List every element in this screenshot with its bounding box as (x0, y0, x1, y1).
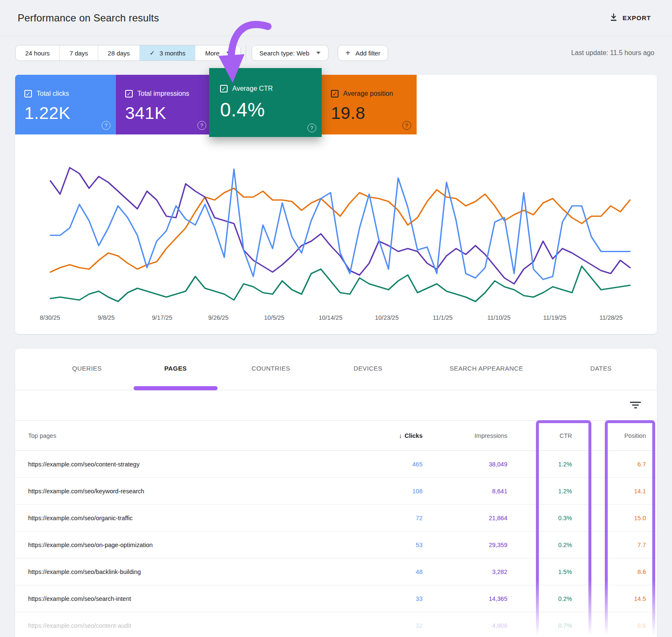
position-cell[interactable]: 6.7 (572, 461, 657, 468)
column-header-ctr[interactable]: CTR (507, 432, 572, 439)
active-tab-underline (134, 386, 218, 390)
performance-line-chart[interactable]: 8/30/259/8/259/17/259/26/2510/5/2510/14/… (15, 134, 657, 334)
export-button[interactable]: EXPORT (609, 13, 651, 23)
table-toolbar (15, 390, 657, 420)
clicks-cell[interactable]: 48 (360, 569, 423, 575)
tab-pages[interactable]: PAGES (164, 365, 186, 372)
tab-queries[interactable]: QUERIES (72, 365, 102, 372)
range-28-days-button[interactable]: 28 days (98, 45, 140, 61)
search-type-dropdown[interactable]: Search type: Web (252, 45, 328, 61)
page-url-cell[interactable]: https://example.com/seo/search-intent (15, 595, 360, 602)
checkbox-checked-icon[interactable]: ✓ (331, 90, 339, 97)
table-row[interactable]: https://example.com/seo/keyword-research… (15, 478, 657, 505)
download-icon (609, 13, 618, 23)
series-line-average-position (50, 188, 630, 272)
table-row[interactable]: https://example.com/seo/backlink-buildin… (15, 558, 657, 585)
position-cell[interactable]: 14.1 (572, 488, 657, 495)
range-label: 7 days (69, 50, 88, 57)
impressions-cell[interactable]: 8,641 (423, 488, 507, 495)
x-axis-tick-label: 8/30/25 (40, 314, 60, 321)
export-label: EXPORT (622, 14, 651, 21)
ctr-cell[interactable]: 1.5% (507, 569, 572, 575)
impressions-cell[interactable]: 29,359 (423, 542, 507, 548)
tab-devices[interactable]: DEVICES (354, 365, 383, 372)
page-url-cell[interactable]: https://example.com/seo/content-audit (15, 622, 360, 629)
range-24-hours-button[interactable]: 24 hours (16, 45, 59, 61)
clicks-cell[interactable]: 53 (360, 542, 423, 548)
help-icon[interactable]: ? (102, 121, 110, 130)
clicks-cell[interactable]: 108 (360, 488, 423, 495)
help-icon[interactable]: ? (197, 121, 206, 130)
checkbox-checked-icon[interactable]: ✓ (220, 85, 228, 92)
position-cell[interactable]: 14.5 (572, 595, 657, 602)
dimension-tabs: QUERIESPAGESCOUNTRIESDEVICESSEARCH APPEA… (15, 349, 657, 390)
average-ctr-card[interactable]: ✓ Average CTR 0.4% ? (209, 68, 322, 137)
card-label: Total impressions (137, 90, 189, 97)
table-row[interactable]: https://example.com/seo/organic-traffic7… (15, 505, 657, 532)
table-row[interactable]: https://example.com/seo/search-intent331… (15, 585, 657, 612)
column-header-top-pages[interactable]: Top pages (15, 432, 360, 439)
tab-dates[interactable]: DATES (591, 365, 612, 372)
x-axis-tick-label: 9/17/25 (152, 314, 172, 321)
filter-list-icon[interactable] (630, 400, 641, 411)
total-impressions-card[interactable]: ✓ Total impressions 341K ? (116, 75, 212, 134)
position-cell[interactable]: 15.0 (572, 515, 657, 521)
impressions-cell[interactable]: 4,806 (423, 622, 507, 629)
clicks-cell[interactable]: 32 (360, 622, 423, 629)
card-value: 1.22K (24, 103, 116, 123)
x-axis-tick-label: 10/14/25 (319, 314, 342, 321)
series-line-impressions (50, 168, 630, 284)
position-cell[interactable]: 8.6 (572, 569, 657, 575)
range-7-days-button[interactable]: 7 days (59, 45, 97, 61)
more-ranges-button[interactable]: More (195, 45, 240, 61)
clicks-cell[interactable]: 72 (360, 515, 423, 521)
table-row[interactable]: https://example.com/seo/content-audit324… (15, 612, 657, 637)
page-title: Performance on Search results (18, 12, 159, 24)
x-axis-tick-label: 9/26/25 (208, 314, 228, 321)
tab-countries[interactable]: COUNTRIES (252, 365, 290, 372)
checkbox-checked-icon[interactable]: ✓ (24, 90, 32, 97)
x-axis-tick-label: 11/28/25 (599, 314, 622, 321)
column-header-position[interactable]: Position (572, 432, 657, 439)
position-cell[interactable]: 7.7 (572, 542, 657, 548)
ctr-cell[interactable]: 0.3% (507, 515, 572, 521)
help-icon[interactable]: ? (307, 124, 316, 132)
impressions-cell[interactable]: 3,282 (423, 569, 507, 575)
ctr-cell[interactable]: 1.2% (507, 461, 572, 468)
clicks-cell[interactable]: 465 (360, 461, 423, 468)
clicks-cell[interactable]: 33 (360, 595, 423, 602)
impressions-cell[interactable]: 38,049 (423, 461, 507, 468)
x-axis-tick-label: 11/10/25 (487, 314, 510, 321)
add-filter-button[interactable]: + Add filter (338, 45, 388, 61)
ctr-cell[interactable]: 0.2% (507, 542, 572, 548)
x-axis-tick-label: 11/1/25 (433, 314, 452, 321)
checkbox-checked-icon[interactable]: ✓ (125, 90, 133, 97)
help-icon[interactable]: ? (402, 121, 411, 130)
table-row[interactable]: https://example.com/seo/on-page-optimiza… (15, 532, 657, 558)
ctr-cell[interactable]: 0.2% (507, 595, 572, 602)
page-url-cell[interactable]: https://example.com/seo/backlink-buildin… (15, 569, 360, 575)
card-label: Total clicks (37, 90, 69, 97)
impressions-cell[interactable]: 21,864 (423, 515, 507, 521)
ctr-cell[interactable]: 0.7% (507, 622, 572, 629)
ctr-cell[interactable]: 1.2% (507, 488, 572, 495)
impressions-cell[interactable]: 14,365 (423, 595, 507, 602)
average-position-card[interactable]: ✓ Average position 19.8 ? (322, 75, 417, 134)
tab-search-appearance[interactable]: SEARCH APPEARANCE (449, 365, 523, 372)
series-line-clicks (50, 169, 630, 280)
last-update-text: Last update: 11.5 hours ago (571, 49, 654, 57)
card-value: 0.4% (220, 98, 322, 121)
column-header-impressions[interactable]: Impressions (423, 432, 507, 439)
table-row[interactable]: https://example.com/seo/content-strategy… (15, 451, 657, 478)
chevron-down-icon (226, 52, 231, 54)
page-url-cell[interactable]: https://example.com/seo/on-page-optimiza… (15, 542, 360, 548)
total-clicks-card[interactable]: ✓ Total clicks 1.22K ? (15, 75, 116, 134)
column-header-clicks[interactable]: ↓ Clicks (360, 432, 423, 439)
table-body: https://example.com/seo/content-strategy… (15, 451, 657, 637)
position-cell[interactable]: 8.6 (572, 622, 657, 629)
page-url-cell[interactable]: https://example.com/seo/organic-traffic (15, 515, 360, 521)
page-url-cell[interactable]: https://example.com/seo/content-strategy (15, 461, 360, 468)
range-3-months-button[interactable]: ✓ 3 months (139, 45, 195, 61)
card-value: 19.8 (331, 103, 417, 123)
page-url-cell[interactable]: https://example.com/seo/keyword-research (15, 488, 360, 495)
